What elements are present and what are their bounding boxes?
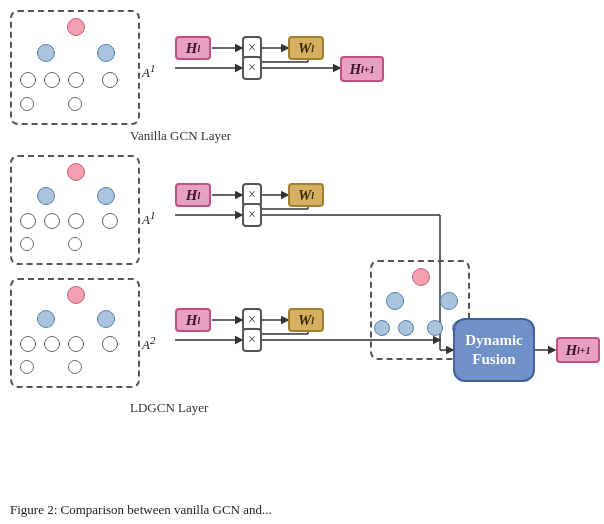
- ldgcn-t2-l3b: [68, 360, 82, 374]
- ldgcn-mul2-bot: ×: [242, 328, 262, 352]
- out-t-l2b: [398, 320, 414, 336]
- tree-node-root: [67, 18, 85, 36]
- tree-node-l1l: [37, 44, 55, 62]
- vanilla-wl-box: Wl: [288, 36, 324, 60]
- vanilla-tree-box: [10, 10, 140, 125]
- tree-node-l2c: [68, 72, 84, 88]
- ldgcn-t2-l2c: [68, 336, 84, 352]
- ldgcn-wl-bot-box: Wl: [288, 308, 324, 332]
- ldgcn-t1-l2c: [68, 213, 84, 229]
- ldgcn-t2-l2b: [44, 336, 60, 352]
- ldgcn-a1-label: A1: [142, 209, 155, 228]
- ldgcn-t2-root: [67, 286, 85, 304]
- ldgcn-tree2-box: [10, 278, 140, 388]
- tree-node-l1r: [97, 44, 115, 62]
- out-t-l2a: [374, 320, 390, 336]
- ldgcn-t2-l3a: [20, 360, 34, 374]
- ldgcn-hl-top-box: Hl: [175, 183, 211, 207]
- ldgcn-a2-label: A2: [142, 334, 155, 353]
- ldgcn-t1-root: [67, 163, 85, 181]
- ldgcn-t2-l2a: [20, 336, 36, 352]
- vanilla-a1-label: A1: [142, 62, 155, 81]
- ldgcn-t1-l1l: [37, 187, 55, 205]
- tree-node-l2b: [44, 72, 60, 88]
- out-t-root: [412, 268, 430, 286]
- out-t-l1r: [440, 292, 458, 310]
- vanilla-label: Vanilla GCN Layer: [130, 128, 231, 144]
- ldgcn-t1-l1r: [97, 187, 115, 205]
- vanilla-hl1-box: Hl+1: [340, 56, 384, 82]
- ldgcn-t1-l2b: [44, 213, 60, 229]
- ldgcn-tree1-box: [10, 155, 140, 265]
- ldgcn-hl1-box: Hl+1: [556, 337, 600, 363]
- ldgcn-t1-l3b: [68, 237, 82, 251]
- ldgcn-t1-l3a: [20, 237, 34, 251]
- ldgcn-label: LDGCN Layer: [130, 400, 208, 416]
- tree-node-l2d: [102, 72, 118, 88]
- out-t-l2c: [427, 320, 443, 336]
- tree-node-l2a: [20, 72, 36, 88]
- dynamic-fusion-box: DynamicFusion: [453, 318, 535, 382]
- vanilla-mul2: ×: [242, 56, 262, 80]
- ldgcn-t1-l2d: [102, 213, 118, 229]
- tree-node-l3a: [20, 97, 34, 111]
- ldgcn-t1-l2a: [20, 213, 36, 229]
- figure-caption: Figure 2: Comparison between vanilla GCN…: [10, 502, 272, 518]
- vanilla-hl-box: Hl: [175, 36, 211, 60]
- ldgcn-hl-bot-box: Hl: [175, 308, 211, 332]
- ldgcn-t2-l1l: [37, 310, 55, 328]
- ldgcn-t2-l1r: [97, 310, 115, 328]
- out-t-l1l: [386, 292, 404, 310]
- tree-node-l3b: [68, 97, 82, 111]
- ldgcn-mul2-top: ×: [242, 203, 262, 227]
- ldgcn-wl-top-box: Wl: [288, 183, 324, 207]
- ldgcn-t2-l2d: [102, 336, 118, 352]
